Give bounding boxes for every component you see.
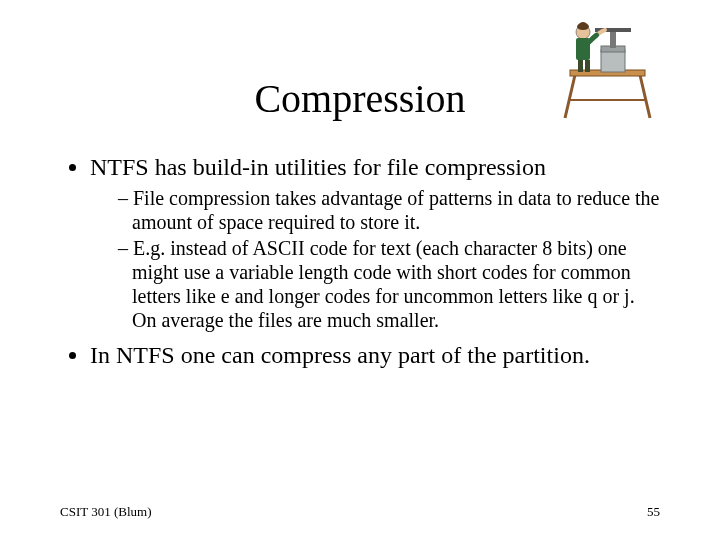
footer-page-number: 55 xyxy=(647,504,660,520)
svg-line-1 xyxy=(640,75,650,118)
sub-bullet-list: File compression takes advantage of patt… xyxy=(90,186,660,332)
svg-rect-10 xyxy=(578,60,583,72)
bullet-text: NTFS has build-in utilities for file com… xyxy=(90,154,546,180)
slide: Compression NTFS has build-in utilities … xyxy=(0,0,720,540)
svg-line-0 xyxy=(565,75,575,118)
svg-rect-11 xyxy=(585,60,590,72)
clipart-compression-icon xyxy=(555,20,660,120)
bullet-item: In NTFS one can compress any part of the… xyxy=(90,340,660,370)
svg-rect-6 xyxy=(610,30,616,48)
sub-bullet-item: E.g. instead of ASCII code for text (eac… xyxy=(118,236,660,332)
footer-course: CSIT 301 (Blum) xyxy=(60,504,152,520)
svg-rect-4 xyxy=(601,50,625,72)
bullet-list: NTFS has build-in utilities for file com… xyxy=(60,152,660,370)
bullet-item: NTFS has build-in utilities for file com… xyxy=(90,152,660,332)
sub-bullet-item: File compression takes advantage of patt… xyxy=(118,186,660,234)
